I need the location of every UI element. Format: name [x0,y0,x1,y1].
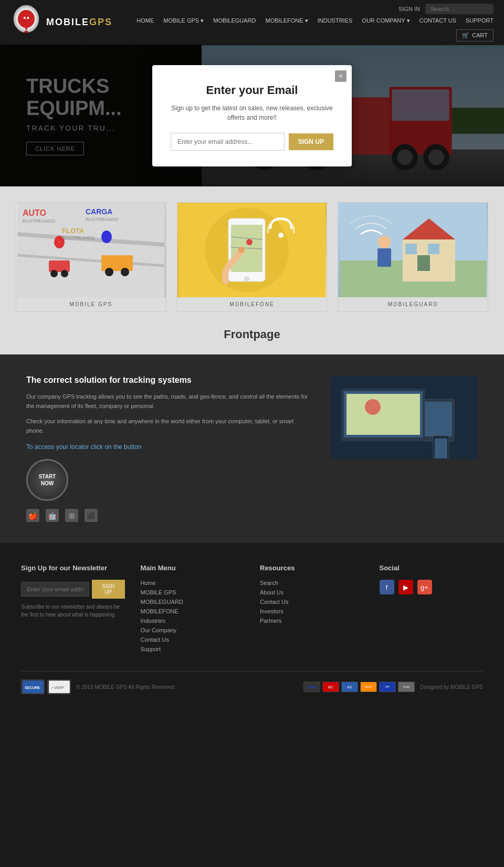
svg-rect-27 [101,255,133,271]
svg-point-29 [121,268,129,276]
footer-badges: SECURE ✓VERF [21,680,71,694]
windows-icon: ⊞ [65,509,78,522]
start-now-button[interactable]: START NOW [26,459,68,501]
products-grid: ● AUTO RASTREANDO CARGA RASTREANDO FLOTA… [16,202,488,312]
svg-text:FLOTA: FLOTA [62,227,85,235]
facebook-icon[interactable]: f [380,580,394,594]
search-input[interactable] [425,4,494,14]
nav-support[interactable]: SUPPORT [466,17,494,24]
svg-rect-58 [405,244,417,254]
product-card-mobilefone[interactable]: MOBILEFONE [177,202,328,312]
footer-link-about-us[interactable]: About Us [260,589,364,596]
nav-our-company[interactable]: OUR COMPANY ▾ [362,17,410,24]
svg-point-50 [246,239,253,245]
frontpage-title-section: Frontpage [0,317,504,354]
svg-text:CARGA: CARGA [86,207,112,216]
payment-visa: VISA [303,682,320,692]
svg-point-46 [244,276,249,281]
header-right: SIGN IN HOME MOBILE GPS ▾ MOBILEGUARD MO… [136,4,494,41]
svg-text:SECURE: SECURE [25,686,40,690]
footer-link-industries[interactable]: Industries [141,618,245,624]
youtube-icon[interactable]: ▶ [398,580,413,594]
cart-icon: 🛒 [462,32,469,39]
footer-link-home[interactable]: Home [141,580,245,586]
footer-main-menu-title: Main Menu [141,564,245,572]
svg-text:✓VERF: ✓VERF [51,686,64,690]
footer-link-mobilefone[interactable]: MOBILEFONE [141,608,245,614]
payment-discover: DISC [360,682,377,692]
svg-point-28 [105,268,113,276]
svg-rect-65 [336,441,430,445]
footer-link-partners[interactable]: Partners [260,618,364,624]
social-icons: f ▶ g+ [380,580,484,594]
logo-icon: M [10,4,42,41]
footer-link-resources-contact[interactable]: Contact Us [260,599,364,605]
modal-signup-button[interactable]: SIGN UP [289,133,333,150]
footer-link-our-company[interactable]: Our Company [141,627,245,633]
cart-button[interactable]: 🛒 CART [456,29,494,41]
footer-newsletter-button[interactable]: SIGN UP [92,580,125,599]
nav-home[interactable]: HOME [136,17,154,24]
svg-point-67 [365,399,381,415]
payment-other: CHK [398,682,415,692]
modal-close-button[interactable]: × [335,70,346,82]
svg-rect-71 [435,438,447,458]
product-card-mobileguard[interactable]: MOBILEGUARD [338,202,488,312]
modal-title: Enter your Email [171,83,333,97]
footer-social-title: Social [380,564,484,572]
header-top-row: SIGN IN [398,4,494,14]
product-image-phone [177,203,327,297]
product-image-guard [338,203,488,297]
modal-email-input[interactable] [171,133,285,151]
footer-newsletter-title: Sign Up for our Newsletter [21,564,125,572]
googleplus-icon[interactable]: g+ [417,580,432,594]
product-image-gps: ● AUTO RASTREANDO CARGA RASTREANDO FLOTA… [16,203,166,297]
footer-grid: Sign Up for our Newsletter SIGN UP Subsc… [21,564,483,655]
footer-main-menu-col: Main Menu Home MOBILE GPS MOBILEGUARD MO… [141,564,245,655]
product-label-mobilefone: MOBILEFONE [177,297,327,311]
logo-text: MOBILEGPS [46,17,112,28]
footer-newsletter-col: Sign Up for our Newsletter SIGN UP Subsc… [21,564,125,655]
footer-link-contact-us[interactable]: Contact Us [141,636,245,643]
verified-badge: ✓VERF [47,680,71,694]
nav-mobilefone[interactable]: MOBILEFONE ▾ [266,17,308,24]
svg-rect-61 [377,248,391,267]
payment-amex: AX [341,682,358,692]
android-icon: 🤖 [46,509,59,522]
footer-link-mobileguard[interactable]: MOBILEGUARD [141,599,245,605]
svg-point-43 [278,233,284,238]
footer-resources-title: Resources [260,564,364,572]
platform-icons: 🍎 🤖 ⊞ ⬛ [26,509,310,522]
modal-overlay: × Enter your Email Sign up to get the la… [0,45,504,186]
info-content: The correct solution for tracking system… [26,375,310,522]
footer-link-search[interactable]: Search [260,580,364,586]
nav-contact-us[interactable]: CONTACT US [419,17,457,24]
info-title: The correct solution for tracking system… [26,375,310,385]
info-para2: Check your information at any time and a… [26,417,310,435]
footer-resources-col: Resources Search About Us Contact Us Inv… [260,564,364,655]
security-badge: SECURE [21,680,45,694]
frontpage-title: Frontpage [0,328,504,341]
footer-newsletter-input[interactable] [21,582,89,597]
product-card-gps[interactable]: ● AUTO RASTREANDO CARGA RASTREANDO FLOTA… [16,202,166,312]
footer-link-investors[interactable]: Investors [260,608,364,614]
svg-rect-69 [425,402,452,436]
nav-mobile-gps[interactable]: MOBILE GPS ▾ [163,17,204,24]
svg-rect-24 [49,260,70,272]
payment-paypal: PP [379,682,396,692]
footer-link-mobile-gps[interactable]: MOBILE GPS [141,589,245,596]
nav-mobileguard[interactable]: MOBILEGUARD [213,17,256,24]
nav-industries[interactable]: INDUSTRIES [318,17,353,24]
svg-rect-57 [417,255,430,271]
apple-icon: 🍎 [26,509,39,522]
site-footer: Sign Up for our Newsletter SIGN UP Subsc… [0,543,504,705]
modal-subtitle: Sign up to get the latest on sales, new … [171,103,333,122]
svg-text:RASTREANDO: RASTREANDO [23,218,56,224]
site-header: M MOBILEGPS SIGN IN HOME MOBILE GPS ▾ MO… [0,0,504,45]
modal-form: SIGN UP [171,133,333,151]
info-para1: Our company GPS tracking allows you to s… [26,392,310,411]
logo[interactable]: M MOBILEGPS [10,4,112,41]
locator-link[interactable]: To access your locator click on the butt… [26,443,141,451]
footer-link-support[interactable]: Support [141,646,245,652]
signin-link[interactable]: SIGN IN [398,6,420,12]
